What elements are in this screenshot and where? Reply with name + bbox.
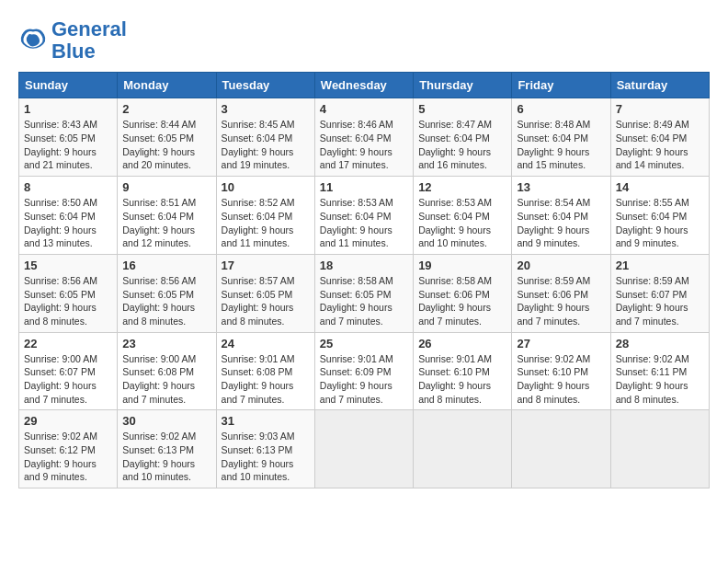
calendar-cell: 10 Sunrise: 8:52 AM Sunset: 6:04 PM Dayl… <box>216 177 314 255</box>
day-info: Sunrise: 9:00 AM Sunset: 6:08 PM Dayligh… <box>122 352 210 407</box>
calendar-header-tuesday: Tuesday <box>216 73 314 98</box>
calendar-cell: 19 Sunrise: 8:58 AM Sunset: 6:06 PM Dayl… <box>414 254 512 332</box>
calendar-cell: 16 Sunrise: 8:56 AM Sunset: 6:05 PM Dayl… <box>118 254 216 332</box>
calendar-header-saturday: Saturday <box>610 73 709 98</box>
day-info: Sunrise: 8:47 AM Sunset: 6:04 PM Dayligh… <box>418 118 506 172</box>
day-info: Sunrise: 8:50 AM Sunset: 6:04 PM Dayligh… <box>24 196 112 250</box>
day-number: 13 <box>517 180 605 194</box>
calendar-week-2: 8 Sunrise: 8:50 AM Sunset: 6:04 PM Dayli… <box>19 177 710 255</box>
calendar-cell: 20 Sunrise: 8:59 AM Sunset: 6:06 PM Dayl… <box>512 254 610 332</box>
calendar-cell <box>610 410 709 488</box>
day-info: Sunrise: 8:53 AM Sunset: 6:04 PM Dayligh… <box>320 196 408 250</box>
day-number: 1 <box>24 102 112 116</box>
day-info: Sunrise: 8:48 AM Sunset: 6:04 PM Dayligh… <box>517 118 605 172</box>
day-info: Sunrise: 8:57 AM Sunset: 6:05 PM Dayligh… <box>222 274 310 328</box>
calendar-cell <box>414 410 512 488</box>
day-info: Sunrise: 8:51 AM Sunset: 6:04 PM Dayligh… <box>122 196 210 250</box>
day-info: Sunrise: 8:46 AM Sunset: 6:04 PM Dayligh… <box>320 118 408 172</box>
day-number: 5 <box>418 102 506 116</box>
calendar-cell: 2 Sunrise: 8:44 AM Sunset: 6:05 PM Dayli… <box>118 98 216 177</box>
day-info: Sunrise: 8:56 AM Sunset: 6:05 PM Dayligh… <box>24 274 112 328</box>
calendar-week-1: 1 Sunrise: 8:43 AM Sunset: 6:05 PM Dayli… <box>19 98 710 177</box>
calendar-cell: 13 Sunrise: 8:54 AM Sunset: 6:04 PM Dayl… <box>512 177 610 255</box>
calendar-header-wednesday: Wednesday <box>314 73 413 98</box>
calendar-cell: 24 Sunrise: 9:01 AM Sunset: 6:08 PM Dayl… <box>216 332 314 410</box>
day-number: 21 <box>616 259 704 272</box>
calendar-cell: 6 Sunrise: 8:48 AM Sunset: 6:04 PM Dayli… <box>512 98 610 177</box>
calendar-cell: 30 Sunrise: 9:02 AM Sunset: 6:13 PM Dayl… <box>118 410 216 488</box>
calendar-week-5: 29 Sunrise: 9:02 AM Sunset: 6:12 PM Dayl… <box>19 410 710 488</box>
calendar-cell <box>512 410 610 488</box>
logo-icon <box>18 26 48 55</box>
calendar-cell: 18 Sunrise: 8:58 AM Sunset: 6:05 PM Dayl… <box>314 254 413 332</box>
calendar-cell: 8 Sunrise: 8:50 AM Sunset: 6:04 PM Dayli… <box>19 177 118 255</box>
day-info: Sunrise: 9:01 AM Sunset: 6:09 PM Dayligh… <box>320 352 408 407</box>
day-number: 15 <box>24 259 112 272</box>
calendar-cell: 27 Sunrise: 9:02 AM Sunset: 6:10 PM Dayl… <box>512 332 610 410</box>
calendar-cell: 11 Sunrise: 8:53 AM Sunset: 6:04 PM Dayl… <box>314 177 413 255</box>
calendar-header-row: SundayMondayTuesdayWednesdayThursdayFrid… <box>19 73 710 98</box>
calendar-cell: 29 Sunrise: 9:02 AM Sunset: 6:12 PM Dayl… <box>19 410 118 488</box>
day-number: 9 <box>122 180 210 194</box>
day-number: 31 <box>222 414 310 428</box>
day-number: 30 <box>122 414 210 428</box>
day-info: Sunrise: 8:53 AM Sunset: 6:04 PM Dayligh… <box>418 196 506 250</box>
calendar-table: SundayMondayTuesdayWednesdayThursdayFrid… <box>18 72 710 488</box>
calendar-cell: 17 Sunrise: 8:57 AM Sunset: 6:05 PM Dayl… <box>216 254 314 332</box>
day-number: 6 <box>517 102 605 116</box>
day-info: Sunrise: 8:55 AM Sunset: 6:04 PM Dayligh… <box>616 196 704 250</box>
calendar-cell: 14 Sunrise: 8:55 AM Sunset: 6:04 PM Dayl… <box>610 177 709 255</box>
day-number: 10 <box>222 180 310 194</box>
day-number: 8 <box>24 180 112 194</box>
calendar-cell: 3 Sunrise: 8:45 AM Sunset: 6:04 PM Dayli… <box>216 98 314 177</box>
day-number: 4 <box>320 102 408 116</box>
day-number: 19 <box>418 259 506 272</box>
day-info: Sunrise: 9:03 AM Sunset: 6:13 PM Dayligh… <box>222 430 310 484</box>
calendar-header-friday: Friday <box>512 73 610 98</box>
day-info: Sunrise: 8:44 AM Sunset: 6:05 PM Dayligh… <box>122 118 210 172</box>
day-info: Sunrise: 9:02 AM Sunset: 6:13 PM Dayligh… <box>122 430 210 484</box>
day-number: 7 <box>616 102 704 116</box>
day-number: 22 <box>24 337 112 350</box>
day-info: Sunrise: 8:58 AM Sunset: 6:05 PM Dayligh… <box>320 274 408 328</box>
day-info: Sunrise: 8:45 AM Sunset: 6:04 PM Dayligh… <box>222 118 310 172</box>
logo: General Blue <box>18 18 127 63</box>
day-info: Sunrise: 9:01 AM Sunset: 6:08 PM Dayligh… <box>222 352 310 407</box>
day-number: 11 <box>320 180 408 194</box>
day-info: Sunrise: 8:59 AM Sunset: 6:07 PM Dayligh… <box>616 274 704 328</box>
day-number: 28 <box>616 337 704 350</box>
calendar-cell: 5 Sunrise: 8:47 AM Sunset: 6:04 PM Dayli… <box>414 98 512 177</box>
day-info: Sunrise: 9:02 AM Sunset: 6:10 PM Dayligh… <box>517 352 605 407</box>
logo-text: General Blue <box>51 18 127 63</box>
calendar-cell: 9 Sunrise: 8:51 AM Sunset: 6:04 PM Dayli… <box>118 177 216 255</box>
calendar-cell: 21 Sunrise: 8:59 AM Sunset: 6:07 PM Dayl… <box>610 254 709 332</box>
day-number: 27 <box>517 337 605 350</box>
day-number: 29 <box>24 414 112 428</box>
day-info: Sunrise: 9:02 AM Sunset: 6:12 PM Dayligh… <box>24 430 112 484</box>
calendar-cell: 28 Sunrise: 9:02 AM Sunset: 6:11 PM Dayl… <box>610 332 709 410</box>
calendar-cell: 7 Sunrise: 8:49 AM Sunset: 6:04 PM Dayli… <box>610 98 709 177</box>
day-number: 20 <box>517 259 605 272</box>
day-info: Sunrise: 9:02 AM Sunset: 6:11 PM Dayligh… <box>616 352 704 407</box>
day-number: 24 <box>222 337 310 350</box>
day-info: Sunrise: 8:59 AM Sunset: 6:06 PM Dayligh… <box>517 274 605 328</box>
day-number: 12 <box>418 180 506 194</box>
calendar-cell: 26 Sunrise: 9:01 AM Sunset: 6:10 PM Dayl… <box>414 332 512 410</box>
calendar-week-3: 15 Sunrise: 8:56 AM Sunset: 6:05 PM Dayl… <box>19 254 710 332</box>
calendar-cell: 22 Sunrise: 9:00 AM Sunset: 6:07 PM Dayl… <box>19 332 118 410</box>
day-number: 25 <box>320 337 408 350</box>
day-info: Sunrise: 8:58 AM Sunset: 6:06 PM Dayligh… <box>418 274 506 328</box>
calendar-header-monday: Monday <box>118 73 216 98</box>
day-info: Sunrise: 8:49 AM Sunset: 6:04 PM Dayligh… <box>616 118 704 172</box>
calendar-cell: 12 Sunrise: 8:53 AM Sunset: 6:04 PM Dayl… <box>414 177 512 255</box>
calendar-cell: 1 Sunrise: 8:43 AM Sunset: 6:05 PM Dayli… <box>19 98 118 177</box>
day-info: Sunrise: 8:54 AM Sunset: 6:04 PM Dayligh… <box>517 196 605 250</box>
calendar-cell: 25 Sunrise: 9:01 AM Sunset: 6:09 PM Dayl… <box>314 332 413 410</box>
calendar-week-4: 22 Sunrise: 9:00 AM Sunset: 6:07 PM Dayl… <box>19 332 710 410</box>
day-number: 14 <box>616 180 704 194</box>
day-number: 3 <box>222 102 310 116</box>
day-number: 18 <box>320 259 408 272</box>
calendar-cell: 31 Sunrise: 9:03 AM Sunset: 6:13 PM Dayl… <box>216 410 314 488</box>
day-info: Sunrise: 9:01 AM Sunset: 6:10 PM Dayligh… <box>418 352 506 407</box>
day-info: Sunrise: 8:52 AM Sunset: 6:04 PM Dayligh… <box>222 196 310 250</box>
